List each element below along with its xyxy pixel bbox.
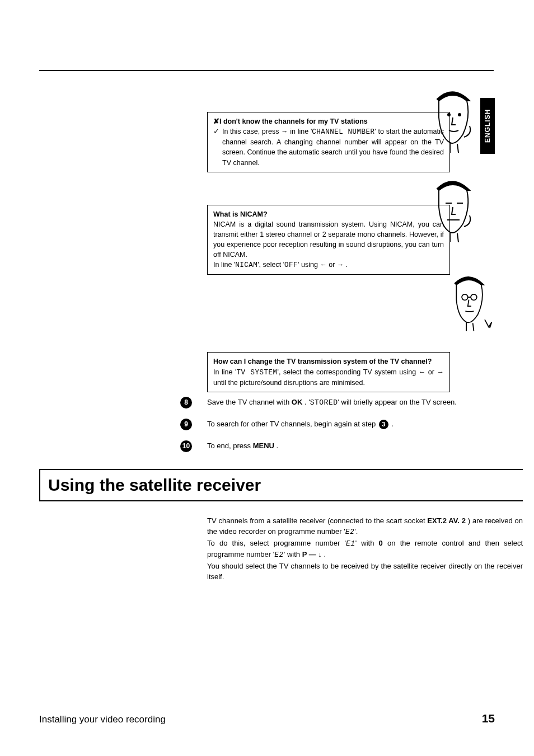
cross-icon: ✘ [213, 118, 219, 125]
svg-point-3 [471, 294, 477, 300]
info-box-heading: What is NICAM? [213, 209, 444, 219]
manual-page: ENGLISH ✘I don't know the channels for m… [0, 0, 534, 756]
info-box-heading: ✘I don't know the channels for my TV sta… [213, 116, 444, 126]
face-illustration-3 [449, 269, 494, 336]
step-text: To end, press MENU . [207, 440, 495, 452]
step-text: To search for other TV channels, begin a… [207, 419, 495, 430]
step-9: 9 To search for other TV channels, begin… [180, 419, 495, 430]
section-body: TV channels from a satellite receiver (c… [207, 515, 523, 583]
info-box-tv-system: How can I change the TV transmission sys… [207, 352, 450, 392]
check-icon: ✓ [213, 126, 219, 137]
step-8: 8 Save the TV channel with OK . 'STORED'… [180, 397, 495, 408]
step-10: 10 To end, press MENU . [180, 440, 495, 452]
language-tab: ENGLISH [480, 98, 495, 154]
info-box-body: ✓ In this case, press → in line 'CHANNEL… [213, 126, 444, 168]
info-box-body: In line 'TV SYSTEM', select the correspo… [213, 367, 444, 388]
svg-point-2 [462, 294, 468, 300]
left-arrow-icon: ← [419, 368, 426, 376]
right-arrow-icon: → [337, 261, 344, 269]
info-box-heading: How can I change the TV transmission sys… [213, 356, 444, 367]
footer-section-name: Installing your video recording [39, 714, 166, 725]
top-rule [39, 70, 494, 71]
info-box-channels: ✘I don't know the channels for my TV sta… [207, 112, 450, 172]
page-footer: Installing your video recording 15 [39, 712, 495, 725]
section-title: Using the satellite receiver [48, 476, 515, 495]
step-number-badge: 8 [180, 397, 192, 408]
step-number-badge: 10 [180, 440, 192, 452]
svg-point-1 [458, 114, 461, 116]
info-box-nicam: What is NICAM? NICAM is a digital sound … [207, 205, 450, 275]
step-text: Save the TV channel with OK . 'STORED' w… [207, 397, 495, 408]
right-arrow-icon: → [281, 128, 288, 135]
step-number-badge: 9 [180, 419, 192, 430]
info-box-body-2: In line 'NICAM', select 'OFF' using ← or… [213, 260, 444, 270]
left-arrow-icon: ← [320, 261, 327, 269]
step-ref-badge: 3 [379, 420, 388, 429]
section-heading: Using the satellite receiver [39, 469, 523, 501]
page-number: 15 [482, 712, 495, 725]
right-arrow-icon: → [437, 368, 444, 376]
info-box-body: NICAM is a digital sound transmission sy… [213, 219, 444, 260]
